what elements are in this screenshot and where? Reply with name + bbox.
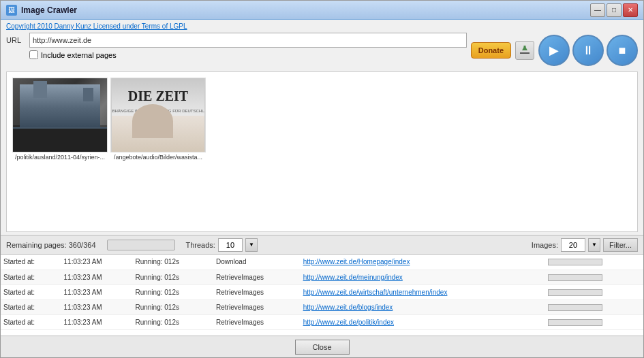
- log-progress: [545, 314, 643, 329]
- copyright-text[interactable]: Copyright 2010 Danny Kunz Licensed under…: [6, 22, 467, 30]
- checkbox-row: Include external pages: [29, 50, 467, 59]
- app-icon: 🖼: [6, 5, 17, 16]
- thumb-image-1: [12, 78, 108, 152]
- maximize-button[interactable]: □: [607, 3, 622, 17]
- images-container: /politik/ausland/2011-04/syrien-... DIE …: [7, 72, 637, 231]
- log-row: Started at: 11:03:23 AM Running: 012s Do…: [1, 255, 643, 270]
- log-progress: [545, 284, 643, 299]
- log-progress-bar: [548, 304, 602, 311]
- url-input[interactable]: [29, 33, 467, 48]
- thumb-image-2: DIE ZEIT UNABHÄNGIGE WOCHENZEITUNG FÜR D…: [110, 78, 206, 152]
- log-progress: [545, 270, 643, 284]
- bottom-bar: Close: [1, 336, 643, 357]
- log-started: Started at:: [1, 284, 61, 299]
- main-window: 🖼 Image Crawler — □ ✕ Copyright 2010 Dan…: [0, 0, 644, 358]
- log-progress: [545, 255, 643, 270]
- log-progress-bar: [548, 319, 602, 326]
- log-started: Started at:: [1, 270, 61, 284]
- log-row: Started at: 11:03:23 AM Running: 012s Re…: [1, 270, 643, 284]
- svg-rect-2: [524, 46, 526, 50]
- magazine-image: DIE ZEIT UNABHÄNGIGE WOCHENZEITUNG FÜR D…: [111, 78, 205, 152]
- log-row: Started at: 11:03:23 AM Running: 012s Re…: [1, 299, 643, 314]
- donate-button[interactable]: Donate: [471, 42, 511, 59]
- images-section: Images: ▼ Filter...: [532, 238, 638, 252]
- image-caption-1: /politik/ausland/2011-04/syrien-...: [15, 154, 105, 161]
- log-time: 11:03:23 AM: [61, 284, 133, 299]
- url-row: URL: [6, 33, 467, 48]
- image-thumb: /politik/ausland/2011-04/syrien-...: [12, 78, 108, 226]
- header-area: Copyright 2010 Danny Kunz Licensed under…: [1, 20, 643, 69]
- log-progress-bar: [548, 259, 602, 265]
- log-progress: [545, 299, 643, 314]
- media-controls: ▶ ⏸ ■: [538, 35, 638, 66]
- images-input[interactable]: [561, 238, 585, 252]
- log-action: RetrieveImages: [213, 299, 301, 314]
- close-window-button[interactable]: ✕: [623, 3, 638, 17]
- download-icon: [519, 44, 531, 56]
- threads-section: Threads: ▼: [186, 238, 258, 252]
- log-running: Running: 012s: [132, 255, 213, 270]
- log-progress-bar: [548, 274, 602, 281]
- log-table: Started at: 11:03:23 AM Running: 012s Do…: [1, 255, 643, 330]
- log-action: Download: [213, 255, 301, 270]
- status-bar: Remaining pages: 360/364 Threads: ▼ Imag…: [1, 235, 643, 254]
- title-bar: 🖼 Image Crawler — □ ✕: [1, 1, 643, 20]
- external-pages-checkbox[interactable]: [29, 50, 38, 59]
- log-time: 11:03:23 AM: [61, 270, 133, 284]
- play-button[interactable]: ▶: [538, 35, 570, 66]
- image-thumb: DIE ZEIT UNABHÄNGIGE WOCHENZEITUNG FÜR D…: [110, 78, 206, 226]
- download-icon-button[interactable]: [515, 41, 534, 60]
- log-url[interactable]: http://www.zeit.de/Homepage/index: [301, 255, 545, 270]
- stop-button[interactable]: ■: [607, 35, 638, 66]
- log-running: Running: 012s: [132, 270, 213, 284]
- image-caption-2: /angebote/audio/Bilder/wasista...: [114, 154, 202, 161]
- window-title: Image Crawler: [21, 5, 77, 15]
- log-running: Running: 012s: [132, 299, 213, 314]
- log-row: Started at: 11:03:23 AM Running: 012s Re…: [1, 314, 643, 329]
- log-row: Started at: 11:03:23 AM Running: 012s Re…: [1, 284, 643, 299]
- log-scroll[interactable]: Started at: 11:03:23 AM Running: 012s Do…: [1, 255, 643, 336]
- log-area: Started at: 11:03:23 AM Running: 012s Do…: [1, 254, 643, 336]
- log-action: RetrieveImages: [213, 270, 301, 284]
- log-started: Started at:: [1, 314, 61, 329]
- city-image: [13, 78, 107, 152]
- log-url[interactable]: http://www.zeit.de/politik/index: [301, 314, 545, 329]
- log-running: Running: 012s: [132, 284, 213, 299]
- threads-input[interactable]: [218, 238, 243, 252]
- external-pages-label: Include external pages: [41, 51, 117, 59]
- images-label: Images:: [532, 241, 558, 249]
- remaining-label: Remaining pages: 360/364: [6, 241, 96, 249]
- threads-dropdown-button[interactable]: ▼: [245, 238, 258, 252]
- log-time: 11:03:23 AM: [61, 314, 133, 329]
- log-action: RetrieveImages: [213, 284, 301, 299]
- close-button[interactable]: Close: [295, 340, 350, 355]
- window-controls: — □ ✕: [590, 3, 638, 17]
- title-bar-left: 🖼 Image Crawler: [6, 5, 77, 16]
- filter-button[interactable]: Filter...: [603, 238, 638, 252]
- log-progress-bar: [548, 289, 602, 296]
- log-running: Running: 012s: [132, 314, 213, 329]
- threads-label: Threads:: [186, 241, 215, 249]
- log-action: RetrieveImages: [213, 314, 301, 329]
- image-area: /politik/ausland/2011-04/syrien-... DIE …: [6, 71, 638, 232]
- url-label: URL: [6, 36, 25, 44]
- main-progress-bar: [107, 240, 175, 250]
- log-url[interactable]: http://www.zeit.de/meinung/index: [301, 270, 545, 284]
- minimize-button[interactable]: —: [590, 3, 605, 17]
- images-dropdown-button[interactable]: ▼: [588, 238, 600, 252]
- log-url[interactable]: http://www.zeit.de/blogs/index: [301, 299, 545, 314]
- url-section: Copyright 2010 Danny Kunz Licensed under…: [6, 22, 467, 59]
- magazine-text: DIE ZEIT: [128, 88, 188, 104]
- log-url[interactable]: http://www.zeit.de/wirtschaft/unternehme…: [301, 284, 545, 299]
- log-time: 11:03:23 AM: [61, 255, 133, 270]
- log-time: 11:03:23 AM: [61, 299, 133, 314]
- svg-rect-0: [520, 52, 530, 54]
- log-started: Started at:: [1, 299, 61, 314]
- log-started: Started at:: [1, 255, 61, 270]
- pause-button[interactable]: ⏸: [572, 35, 604, 66]
